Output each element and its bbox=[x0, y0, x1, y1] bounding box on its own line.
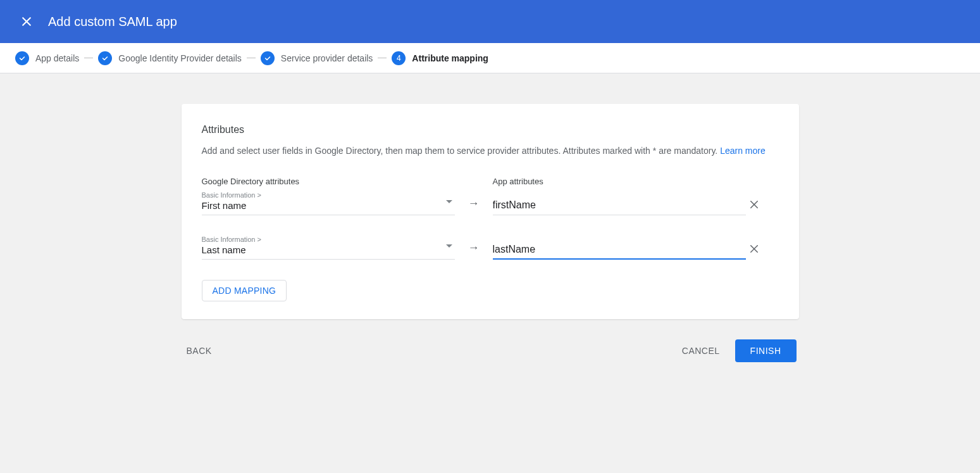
wizard-stepper: App details Google Identity Provider det… bbox=[0, 43, 980, 73]
back-button[interactable]: BACK bbox=[184, 341, 214, 361]
directory-attribute-select[interactable]: Basic Information > Last name bbox=[202, 236, 455, 260]
close-icon bbox=[748, 199, 760, 210]
step-connector bbox=[378, 58, 387, 58]
section-description: Add and select user fields in Google Dir… bbox=[202, 146, 779, 156]
directory-column-header: Google Directory attributes bbox=[202, 177, 300, 186]
step-connector bbox=[247, 58, 256, 58]
app-column-header: App attributes bbox=[493, 177, 543, 186]
chevron-down-icon bbox=[446, 244, 452, 248]
app-attribute-input[interactable] bbox=[493, 197, 746, 215]
app-header: Add custom SAML app bbox=[0, 0, 980, 43]
step-label: Service provider details bbox=[281, 53, 373, 63]
columns-header-row: Google Directory attributes App attribut… bbox=[202, 176, 779, 186]
step-idp-details[interactable]: Google Identity Provider details bbox=[98, 51, 242, 65]
section-title: Attributes bbox=[202, 124, 779, 136]
footer-actions: BACK CANCEL FINISH bbox=[182, 339, 799, 362]
check-icon bbox=[261, 51, 275, 65]
mapping-row: Basic Information > First name → bbox=[202, 191, 779, 215]
check-icon bbox=[15, 51, 29, 65]
select-category-label: Basic Information > bbox=[202, 191, 455, 199]
delete-mapping-button[interactable] bbox=[746, 241, 762, 257]
close-icon bbox=[20, 15, 33, 28]
step-label: Google Identity Provider details bbox=[118, 53, 242, 63]
step-label: App details bbox=[35, 53, 79, 63]
add-mapping-button[interactable]: ADD MAPPING bbox=[202, 280, 287, 301]
content-area: Attributes Add and select user fields in… bbox=[166, 104, 814, 362]
select-category-label: Basic Information > bbox=[202, 236, 455, 243]
mapping-row: Basic Information > Last name → bbox=[202, 236, 779, 260]
directory-attribute-select[interactable]: Basic Information > First name bbox=[202, 191, 455, 215]
finish-button[interactable]: FINISH bbox=[735, 339, 797, 362]
close-button[interactable] bbox=[15, 10, 38, 33]
step-label: Attribute mapping bbox=[412, 53, 488, 63]
step-sp-details[interactable]: Service provider details bbox=[261, 51, 373, 65]
learn-more-link[interactable]: Learn more bbox=[720, 146, 766, 156]
chevron-down-icon bbox=[446, 200, 452, 203]
check-icon bbox=[98, 51, 112, 65]
attributes-card: Attributes Add and select user fields in… bbox=[182, 104, 799, 319]
delete-mapping-button[interactable] bbox=[746, 196, 762, 213]
select-value: Last name bbox=[202, 244, 455, 255]
arrow-right-icon: → bbox=[455, 241, 493, 260]
step-attribute-mapping[interactable]: 4 Attribute mapping bbox=[392, 51, 488, 65]
close-icon bbox=[748, 243, 760, 255]
step-connector bbox=[84, 58, 93, 58]
arrow-right-icon: → bbox=[455, 197, 493, 215]
step-number-icon: 4 bbox=[392, 51, 406, 65]
step-app-details[interactable]: App details bbox=[15, 51, 79, 65]
header-title: Add custom SAML app bbox=[48, 15, 177, 29]
select-value: First name bbox=[202, 200, 455, 211]
app-attribute-input[interactable] bbox=[493, 241, 746, 260]
cancel-button[interactable]: CANCEL bbox=[679, 341, 723, 361]
